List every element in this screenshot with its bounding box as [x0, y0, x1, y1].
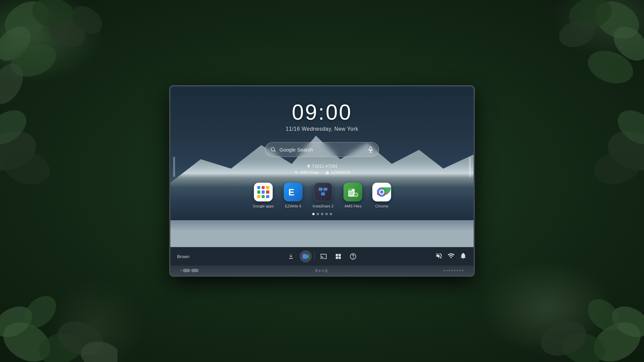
wifi-status-icon: [447, 252, 455, 259]
bezel-rdot-2: [446, 270, 447, 271]
svg-point-25: [0, 103, 33, 151]
download-icon: [288, 253, 294, 260]
svg-point-8: [566, 0, 615, 34]
desktop-background: 09:00 11/16 Wednesday, New York Google S…: [0, 0, 644, 362]
svg-point-13: [36, 328, 86, 362]
ams-label: AMS Files: [344, 204, 361, 208]
dot-4[interactable]: [325, 213, 328, 215]
svg-point-26: [602, 124, 644, 177]
search-label: Google Search: [279, 147, 364, 153]
svg-point-19: [559, 328, 609, 362]
notification-button[interactable]: [460, 252, 467, 261]
dot-2[interactable]: [317, 213, 319, 215]
wifi-icon: [294, 171, 299, 175]
passcode-row: 12345678: [325, 170, 350, 175]
svg-point-9: [607, 20, 644, 67]
bezel-btn-1[interactable]: [183, 269, 190, 272]
svg-point-6: [0, 58, 30, 107]
mute-icon: [435, 252, 443, 259]
google-apps-icon: [254, 183, 273, 201]
svg-point-3: [45, 15, 89, 52]
clock-area: 09:00 11/16 Wednesday, New York: [170, 86, 474, 132]
svg-line-38: [321, 191, 323, 193]
bezel-btn-2[interactable]: [191, 269, 199, 272]
search-icon: [270, 146, 276, 153]
app-ams-files[interactable]: AMS Files: [343, 183, 362, 208]
svg-point-15: [53, 315, 108, 362]
dot-5[interactable]: [330, 213, 332, 215]
taskbar-right: [435, 252, 467, 261]
ams-svg: [346, 186, 359, 198]
taskbar-left: Brown: [177, 254, 190, 259]
bezel-rdot-7: [460, 270, 461, 271]
svg-point-20: [606, 300, 644, 343]
svg-point-24: [0, 146, 54, 189]
svg-point-5: [67, 0, 107, 40]
svg-point-52: [353, 258, 353, 258]
screen: 09:00 11/16 Wednesday, New York Google S…: [170, 86, 474, 247]
search-area: Google Search: [170, 142, 474, 157]
svg-rect-37: [321, 192, 325, 195]
leaf-decoration-bl: [0, 261, 117, 362]
app-google-apps[interactable]: Google apps: [253, 183, 274, 208]
svg-point-1: [29, 0, 79, 34]
svg-point-22: [582, 293, 626, 337]
dot-1[interactable]: [312, 213, 315, 215]
apps-grid: Google apps E EZWrite 6: [253, 183, 391, 208]
bezel-dot-1: [180, 270, 182, 271]
mic-icon[interactable]: [367, 146, 374, 153]
scroll-right-indicator[interactable]: [469, 157, 471, 177]
bezel-rdot-3: [449, 270, 450, 271]
clock-time: 09:00: [170, 100, 474, 125]
svg-point-2: [0, 20, 37, 67]
svg-point-10: [555, 15, 598, 52]
cast-button[interactable]: [318, 250, 330, 262]
leaf-decoration-mr: [550, 101, 644, 201]
dot-3[interactable]: [321, 213, 323, 215]
apps-area: Google apps E EZWrite 6: [170, 183, 474, 215]
svg-point-23: [0, 124, 42, 177]
app-instashare[interactable]: InstaShare 2: [313, 183, 333, 208]
app-ezwrite[interactable]: E EZWrite 6: [284, 183, 303, 208]
svg-rect-41: [348, 189, 352, 191]
grid-button[interactable]: [332, 250, 344, 262]
passcode-label: 12345678: [331, 170, 350, 175]
ezwrite-svg: E: [286, 185, 300, 199]
bezel-right-indicators: [443, 270, 464, 271]
help-icon: [350, 253, 357, 260]
workspace-button[interactable]: [300, 250, 312, 262]
svg-point-14: [0, 300, 38, 343]
download-button[interactable]: [285, 250, 297, 262]
svg-text:E: E: [288, 187, 294, 197]
scroll-left-indicator[interactable]: [173, 157, 175, 177]
page-dots: [312, 213, 332, 215]
ams-icon: [343, 183, 362, 201]
svg-point-0: [0, 0, 56, 46]
location-row: T1011 #7281: [170, 164, 474, 169]
chrome-label: Chrome: [375, 204, 388, 208]
bezel-left-controls: [180, 269, 199, 272]
leaf-decoration-ml: [0, 101, 94, 201]
bell-icon: [460, 252, 467, 259]
wifi-button[interactable]: [447, 252, 455, 261]
cast-icon: [320, 253, 327, 260]
search-bar[interactable]: Google Search: [265, 142, 379, 157]
svg-point-11: [583, 45, 638, 89]
svg-point-49: [380, 190, 383, 194]
svg-point-18: [587, 314, 644, 362]
wifi-row: WiFi Free: [294, 170, 319, 175]
device-id: T1011 #7281: [312, 164, 338, 169]
grid-icon: [335, 253, 342, 260]
google-apps-label: Google apps: [253, 204, 274, 208]
chrome-svg: [372, 183, 391, 201]
bezel-brand: BenQ: [315, 268, 329, 273]
mute-button[interactable]: [435, 252, 443, 261]
bezel-rdot-5: [454, 270, 455, 271]
help-button[interactable]: [347, 250, 359, 262]
svg-point-4: [6, 38, 61, 82]
svg-rect-31: [370, 147, 372, 150]
taskbar-divider: [315, 252, 315, 261]
app-chrome[interactable]: Chrome: [372, 183, 391, 208]
svg-point-27: [590, 146, 644, 189]
ezwrite-label: EZWrite 6: [285, 204, 302, 208]
